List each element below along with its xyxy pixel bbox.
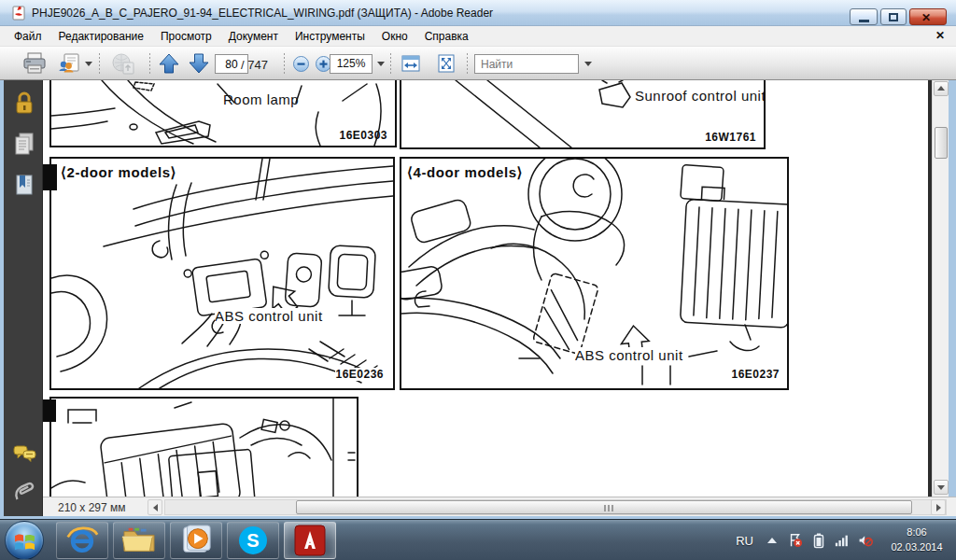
chevron-down-icon <box>377 62 385 66</box>
zoom-out-button[interactable] <box>289 50 312 77</box>
toolbar-separator <box>284 53 285 76</box>
battery-indicator[interactable] <box>811 533 826 548</box>
zoom-level-box[interactable]: 125% <box>330 54 373 74</box>
menu-item-tools[interactable]: Инструменты <box>287 27 373 46</box>
arrow-up-icon <box>158 52 180 75</box>
pdf-file-icon <box>11 6 26 21</box>
upload-document-icon <box>111 52 135 75</box>
taskbar-item-internet-explorer[interactable] <box>56 522 108 559</box>
previous-page-button[interactable] <box>155 50 183 77</box>
close-document-icon[interactable]: ✕ <box>935 29 945 42</box>
taskbar: S RU <box>0 519 956 560</box>
tray-date: 02.03.2014 <box>881 540 952 555</box>
menu-item-view[interactable]: Просмотр <box>152 27 220 46</box>
pages-icon <box>12 131 36 157</box>
find-input[interactable] <box>474 54 579 74</box>
taskbar-item-windows-explorer[interactable] <box>113 522 165 559</box>
toolbar-separator <box>390 53 391 76</box>
panel-room-lamp: Room lamp 16E0303 <box>49 80 397 147</box>
share-dropdown-caret <box>85 62 92 66</box>
next-page-button[interactable] <box>185 50 213 77</box>
menu-item-edit[interactable]: Редактирование <box>50 27 152 46</box>
figure-code: 16W1761 <box>705 131 756 144</box>
volume-muted-button[interactable] <box>858 533 873 548</box>
speaker-muted-icon <box>858 532 873 549</box>
battery-icon <box>812 532 825 549</box>
window-border-right <box>949 80 956 516</box>
scroll-right-button[interactable] <box>931 499 946 515</box>
panel-bottom-partial <box>49 397 358 497</box>
triangle-up-icon <box>937 86 945 91</box>
restore-button[interactable] <box>880 8 907 25</box>
menu-item-help[interactable]: Справка <box>416 27 477 46</box>
panel-four-door: ⟨4-door models⟩ ABS control unit 16E0237 <box>400 157 789 390</box>
page-size-label: 210 x 297 мм <box>58 501 126 514</box>
vertical-scrollbar[interactable] <box>932 80 949 497</box>
clock[interactable]: 8:06 02.03.2014 <box>881 525 952 555</box>
sidebar-item-bookmarks[interactable] <box>12 173 36 197</box>
titlebar[interactable]: PHJE9026_A_B_C_PAJERO_91-94_ELECTRICAL_W… <box>0 0 956 26</box>
upload-button-disabled <box>105 50 142 77</box>
navigation-sidebar <box>4 80 43 516</box>
scroll-down-button[interactable] <box>934 480 949 495</box>
scroll-left-button[interactable] <box>148 499 162 515</box>
horizontal-scrollbar[interactable] <box>164 499 947 515</box>
system-tray: RU <box>733 520 952 560</box>
panel-header: ⟨2-door models⟩ <box>61 164 176 181</box>
lock-icon <box>12 90 36 116</box>
menu-item-document[interactable]: Документ <box>220 27 287 46</box>
diagram-label: Sunroof control unit <box>635 88 766 104</box>
scroll-up-button[interactable] <box>934 81 949 96</box>
tray-time: 8:06 <box>881 525 952 540</box>
diagram-label: ABS control unit <box>215 308 323 324</box>
minimize-button[interactable] <box>850 8 878 25</box>
page-count-label: / 747 <box>241 58 268 72</box>
sidebar-item-attachments[interactable] <box>12 481 36 505</box>
menubar: Файл Редактирование Просмотр Документ Ин… <box>0 26 956 47</box>
triangle-up-icon <box>766 536 778 545</box>
toolbar-separator <box>149 53 150 76</box>
share-button[interactable] <box>54 50 95 77</box>
window-controls: ✕ <box>850 8 947 25</box>
sidebar-item-pages[interactable] <box>12 131 36 155</box>
fit-page-button[interactable] <box>431 50 461 77</box>
taskbar-item-skype[interactable]: S <box>227 522 279 559</box>
fit-width-button[interactable] <box>396 50 426 77</box>
windows-logo-icon <box>6 522 45 560</box>
show-hidden-icons-button[interactable] <box>765 533 780 548</box>
zoom-dropdown-caret[interactable] <box>374 50 387 77</box>
horizontal-scroll-thumb[interactable] <box>296 500 912 514</box>
minus-circle-icon <box>292 55 310 73</box>
media-player-icon <box>178 524 214 557</box>
menu-item-file[interactable]: Файл <box>6 27 50 46</box>
triangle-down-icon <box>937 485 945 490</box>
close-button[interactable]: ✕ <box>909 8 947 25</box>
print-button[interactable] <box>19 50 50 77</box>
printer-icon <box>22 52 47 75</box>
fit-width-icon <box>400 54 422 73</box>
vertical-scroll-thumb[interactable] <box>935 127 948 159</box>
print-mark <box>43 399 56 422</box>
menu-item-window[interactable]: Окно <box>373 27 416 46</box>
signal-bars-icon <box>835 533 850 548</box>
network-indicator[interactable] <box>835 533 850 548</box>
start-button[interactable] <box>5 521 44 560</box>
language-indicator[interactable]: RU <box>733 534 756 548</box>
print-mark <box>43 164 57 190</box>
desktop: PHJE9026_A_B_C_PAJERO_91-94_ELECTRICAL_W… <box>0 0 956 560</box>
action-center-button[interactable] <box>788 533 803 548</box>
comments-icon <box>12 442 38 467</box>
find-dropdown-button[interactable] <box>581 50 596 77</box>
diagram-label: ABS control unit <box>575 347 683 363</box>
sidebar-item-security[interactable] <box>12 90 36 114</box>
pdf-page: Room lamp 16E0303 Sunroof control unit 1… <box>43 80 928 497</box>
window-title: PHJE9026_A_B_C_PAJERO_91-94_ELECTRICAL_W… <box>32 7 493 20</box>
sidebar-item-comments[interactable] <box>12 442 36 467</box>
taskbar-item-adobe-reader[interactable] <box>284 522 336 559</box>
statusbar: 210 x 297 мм <box>43 497 956 516</box>
taskbar-item-media-player[interactable] <box>170 522 222 559</box>
internet-explorer-icon <box>64 524 100 557</box>
relay-box-diagram <box>51 399 357 497</box>
close-icon: ✕ <box>921 11 931 24</box>
fit-page-icon <box>435 54 457 73</box>
